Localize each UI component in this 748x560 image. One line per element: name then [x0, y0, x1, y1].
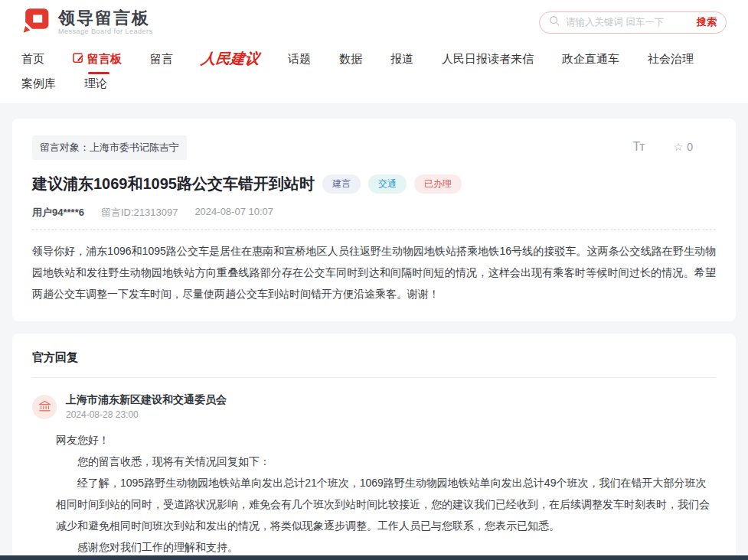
nav-case-library[interactable]: 案例库 — [21, 77, 56, 91]
nav-theory[interactable]: 理论 — [84, 77, 107, 91]
reply-section-title: 官方回复 — [32, 350, 716, 365]
favorite-star[interactable]: ☆ 0 — [674, 141, 693, 153]
nav-home[interactable]: 首页 — [21, 52, 44, 67]
star-icon: ☆ — [674, 141, 684, 153]
nav-topics[interactable]: 话题 — [288, 52, 311, 67]
reply-org-name: 上海市浦东新区建设和交通委员会 — [66, 393, 227, 407]
bottom-edge-bar — [0, 555, 748, 560]
nav-reports[interactable]: 报道 — [390, 52, 413, 67]
reply-paragraph: 您的留言收悉，现将有关情况回复如下： — [56, 451, 716, 472]
site-header: 领导留言板 Message Board for Leaders 搜索 首页 留言… — [0, 0, 748, 103]
government-building-icon — [38, 400, 51, 413]
reply-date: 2024-08-28 23:00 — [66, 409, 227, 420]
search-box: 搜索 — [539, 11, 727, 34]
reply-paragraph: 经了解，1095路野生动物园地铁站单向发出总计21个班次，1069路野生动物园地… — [56, 472, 716, 536]
message-card: 留言对象：上海市委书记陈吉宁 Tт ☆ 0 建议浦东1069和1095路公交车错… — [12, 119, 736, 321]
site-logo[interactable]: 领导留言板 Message Board for Leaders — [21, 8, 153, 37]
site-subtitle: Message Board for Leaders — [58, 28, 153, 35]
search-input[interactable] — [566, 17, 692, 28]
site-title: 领导留言板 — [58, 9, 153, 28]
search-icon — [549, 15, 560, 29]
search-button[interactable]: 搜索 — [692, 15, 717, 29]
nav-data[interactable]: 数据 — [339, 52, 362, 67]
nav-messages[interactable]: 留言 — [150, 52, 173, 67]
nav-social-governance[interactable]: 社会治理 — [648, 52, 694, 67]
tag-suggestion: 建言 — [322, 174, 361, 194]
page-content: 留言对象：上海市委书记陈吉宁 Tт ☆ 0 建议浦东1069和1095路公交车错… — [0, 103, 748, 560]
message-target-label: 留言对象：上海市委书记陈吉宁 — [32, 135, 187, 160]
star-count: 0 — [687, 141, 693, 153]
nav-message-board[interactable]: 留言板 — [73, 52, 122, 67]
dashed-divider — [32, 230, 716, 230]
reply-paragraph: 网友您好！ — [56, 429, 716, 451]
message-title: 建议浦东1069和1095路公交车错开到站时 — [32, 174, 315, 194]
reply-paragraph: 感谢您对我们工作的理解和支持。 — [56, 536, 716, 558]
nav-peoples-suggestion[interactable]: 人民建议 — [201, 49, 261, 69]
message-body: 领导你好，浦东1096和1095路公交车是居住在惠南和宣桥地区人员往返野生动物园… — [32, 240, 716, 304]
logo-icon — [21, 8, 51, 37]
tag-status-done: 已办理 — [414, 174, 462, 194]
tag-traffic: 交通 — [368, 174, 407, 194]
nav-reader-letters[interactable]: 人民日报读者来信 — [442, 52, 534, 67]
section-divider — [32, 377, 716, 378]
official-reply-card: 官方回复 上海市浦东新区建设和交通委员会 2024-08-28 23:00 网友… — [12, 334, 736, 560]
active-underline — [88, 72, 109, 74]
edit-pen-icon — [73, 52, 84, 66]
message-date: 2024-08-07 10:07 — [194, 206, 273, 220]
font-size-icon[interactable]: Tт — [633, 140, 645, 154]
org-avatar — [32, 395, 57, 419]
main-nav: 首页 留言板 留言 人民建议 话题 数据 报道 人民日报读者来信 政企直通车 社… — [0, 38, 748, 103]
nav-gov-enterprise[interactable]: 政企直通车 — [562, 52, 619, 67]
reply-body: 网友您好！ 您的留言收悉，现将有关情况回复如下： 经了解，1095路野生动物园地… — [56, 429, 716, 560]
message-user: 用户94****6 — [32, 206, 84, 220]
message-id: 留言ID:21313097 — [101, 206, 178, 220]
